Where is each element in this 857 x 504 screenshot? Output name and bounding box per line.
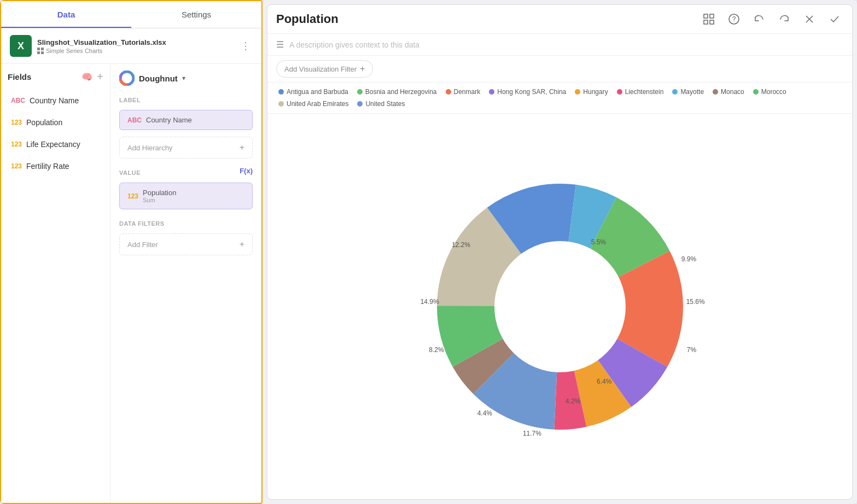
field-type-123-life: 123	[11, 140, 22, 148]
label-44: 4.4%	[477, 409, 492, 417]
file-menu-button[interactable]: ⋮	[238, 38, 253, 54]
legend-dot	[489, 89, 494, 95]
toolbar-icons: ?	[700, 10, 843, 28]
legend-label: Morocco	[761, 88, 786, 96]
add-filter-plus-icon: +	[360, 64, 365, 74]
file-subtitle-text: Simple Series Charts	[46, 48, 102, 54]
label-field-name: Country Name	[146, 116, 192, 124]
add-data-filter-button[interactable]: Add Filter +	[119, 233, 253, 255]
svg-rect-3	[41, 51, 44, 54]
label-82: 8.2%	[429, 346, 444, 354]
label-7: 7%	[687, 346, 696, 354]
label-55: 5.5%	[591, 238, 606, 246]
legend-label: Monaco	[721, 88, 744, 96]
value-field-name: Population	[143, 189, 176, 197]
value-field-type: 123	[127, 192, 138, 200]
chart-legend: Antigua and BarbudaBosnia and Herzegovin…	[267, 83, 852, 114]
tabs: Data Settings	[1, 1, 261, 28]
visualization-title[interactable]	[276, 12, 693, 26]
field-fertility-rate[interactable]: 123 Fertility Rate	[8, 157, 103, 175]
svg-rect-9	[704, 20, 708, 24]
svg-rect-1	[41, 48, 44, 50]
svg-rect-2	[37, 51, 40, 54]
legend-label: Denmark	[454, 88, 481, 96]
help-icon[interactable]: ?	[725, 10, 743, 28]
label-42: 4.2%	[565, 397, 580, 405]
legend-item: United States	[357, 100, 405, 108]
check-icon[interactable]	[826, 10, 843, 28]
add-filter-plus: +	[240, 239, 244, 249]
svg-rect-0	[37, 48, 40, 50]
description-icon: ☰	[276, 39, 284, 50]
label-99: 9.9%	[681, 255, 696, 263]
file-name: Slingshot_Visualization_Tutorials.xlsx	[37, 38, 233, 46]
tab-settings[interactable]: Settings	[131, 1, 261, 28]
legend-dot	[753, 89, 759, 95]
label-field-zone[interactable]: ABC Country Name	[119, 110, 253, 130]
legend-label: United Arab Emirates	[287, 100, 348, 108]
legend-dot	[617, 89, 622, 95]
field-type-123-fertility: 123	[11, 162, 22, 170]
label-section-header: LABEL	[119, 97, 253, 103]
svg-rect-10	[710, 20, 714, 24]
svg-rect-8	[710, 14, 714, 18]
doughnut-chart: 5.5% 9.9% 15.6% 7% 6.4% 4.2% 11.7% 4.4% …	[418, 165, 702, 449]
legend-item: Liechtenstein	[617, 88, 664, 96]
field-life-expectancy[interactable]: 123 Life Expectancy	[8, 136, 103, 153]
chart-area: 5.5% 9.9% 15.6% 7% 6.4% 4.2% 11.7% 4.4% …	[267, 114, 852, 499]
fields-title: Fields	[8, 72, 31, 81]
fx-button[interactable]: F(x)	[240, 167, 253, 175]
svg-point-26	[494, 241, 626, 372]
chart-type-chevron: ▾	[182, 74, 185, 82]
label-field-type: ABC	[127, 116, 142, 124]
doughnut-svg	[418, 165, 702, 449]
value-field-zone[interactable]: 123 Population Sum	[119, 183, 253, 209]
config-column: Doughnut ▾ LABEL ABC Country Name Add Hi…	[110, 64, 261, 503]
field-country-name[interactable]: ABC Country Name	[8, 92, 103, 109]
add-visualization-filter-button[interactable]: Add Visualization Filter +	[276, 60, 373, 78]
add-filter-text: Add Visualization Filter	[284, 65, 357, 73]
filter-bar: Add Visualization Filter +	[267, 56, 852, 83]
field-population[interactable]: 123 Population	[8, 114, 103, 131]
label-64: 6.4%	[597, 378, 611, 385]
app-container: Data Settings X Slingshot_Visualization_…	[0, 0, 857, 504]
legend-label: United States	[365, 100, 405, 108]
toolbar: ?	[267, 5, 852, 34]
legend-dot	[672, 89, 678, 95]
redo-icon[interactable]	[776, 10, 793, 28]
legend-item: Mayotte	[672, 88, 704, 96]
chart-type-name: Doughnut	[139, 74, 178, 83]
file-subtitle: Simple Series Charts	[37, 48, 233, 54]
file-header: X Slingshot_Visualization_Tutorials.xlsx…	[1, 28, 261, 64]
close-icon[interactable]	[801, 10, 818, 28]
legend-item: United Arab Emirates	[278, 100, 348, 108]
grid-icon[interactable]	[700, 10, 718, 28]
legend-dot	[575, 89, 580, 95]
legend-label: Antigua and Barbuda	[287, 88, 348, 96]
tab-data[interactable]: Data	[1, 1, 131, 28]
brain-icon[interactable]: 🧠	[81, 72, 92, 82]
label-117: 11.7%	[523, 430, 541, 437]
legend-item: Hungary	[575, 88, 608, 96]
description-bar[interactable]: ☰ A description gives context to this da…	[267, 34, 852, 56]
legend-item: Monaco	[713, 88, 744, 96]
value-section-header: VALUE F(x)	[119, 165, 253, 176]
field-label-country: Country Name	[30, 96, 79, 105]
legend-item: Hong Kong SAR, China	[489, 88, 566, 96]
add-hierarchy-button[interactable]: Add Hierarchy +	[119, 137, 253, 159]
description-placeholder: A description gives context to this data	[289, 40, 843, 49]
label-122: 12.2%	[452, 241, 470, 249]
table-icon	[37, 48, 44, 54]
legend-dot	[278, 89, 284, 95]
undo-icon[interactable]	[750, 10, 768, 28]
legend-dot	[278, 101, 284, 107]
legend-dot	[357, 89, 363, 95]
field-type-123-population: 123	[11, 119, 22, 126]
legend-item: Bosnia and Herzegovina	[357, 88, 437, 96]
value-section-label: VALUE	[119, 169, 141, 176]
add-field-button[interactable]: +	[97, 71, 103, 83]
field-label-population: Population	[26, 118, 62, 127]
chart-type-selector[interactable]: Doughnut ▾	[119, 71, 253, 86]
legend-label: Bosnia and Herzegovina	[365, 88, 437, 96]
label-156: 15.6%	[686, 298, 705, 306]
